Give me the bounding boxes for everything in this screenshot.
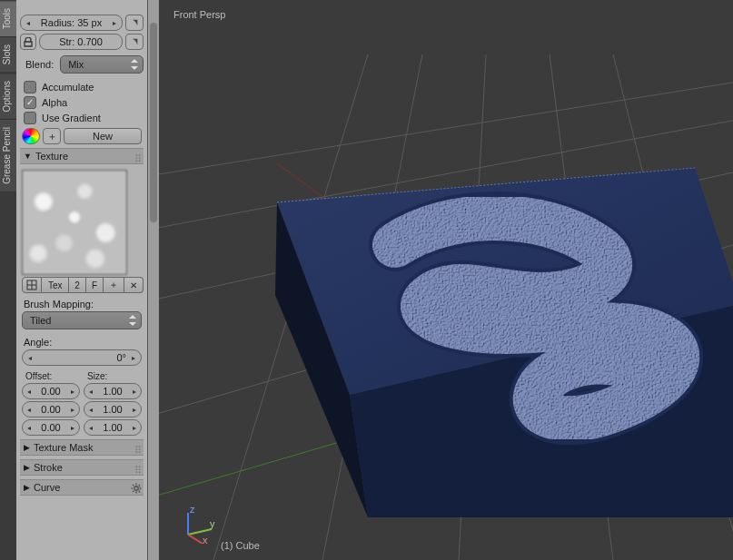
drag-handle-icon[interactable]: ⠿ [134, 153, 140, 165]
3d-viewport[interactable]: Front Persp [159, 0, 733, 560]
color-new-row: ＋ New [22, 128, 142, 144]
offset-y-field[interactable]: ◂0.00▸ [22, 401, 80, 418]
pressure-radius-toggle[interactable] [125, 15, 144, 31]
brush-mapping-select[interactable]: Tiled [22, 311, 142, 329]
viewport-grid [159, 0, 733, 560]
vtab-tools[interactable]: Tools [0, 0, 16, 36]
svg-line-18 [613, 54, 733, 560]
vtab-options[interactable]: Options [0, 73, 16, 119]
svg-line-14 [213, 54, 368, 560]
brush-mapping-value: Tiled [30, 315, 51, 326]
texture-mask-panel-header[interactable]: ▶ Texture Mask ⠿ [20, 439, 144, 456]
chevron-left-icon[interactable]: ◂ [25, 350, 35, 365]
add-gradient-button[interactable]: ＋ [43, 128, 61, 144]
svg-line-6 [133, 485, 134, 486]
new-button[interactable]: New [64, 128, 142, 144]
brush-mapping-label: Brush Mapping: [24, 299, 144, 309]
offset-size-grid: ◂0.00▸ ◂0.00▸ ◂0.00▸ ◂1.00▸ ◂1.00▸ ◂1.00… [22, 383, 142, 436]
size-z-field[interactable]: ◂1.00▸ [84, 419, 142, 436]
texture-add-button[interactable]: ＋ [104, 277, 124, 293]
svg-line-8 [139, 485, 140, 486]
chevron-right-icon[interactable]: ▸ [109, 15, 120, 30]
svg-text:x: x [203, 535, 208, 544]
drag-handle-icon[interactable]: ⠿ [134, 445, 140, 457]
axis-gizmo: z y x [179, 506, 217, 544]
angle-label: Angle: [24, 337, 144, 348]
use-gradient-checkbox[interactable] [24, 112, 36, 124]
stroke-panel-header[interactable]: ▶ Stroke ⠿ [20, 459, 144, 476]
vtab-grease-pencil[interactable]: Grease Pencil [0, 119, 16, 192]
svg-line-10 [159, 73, 733, 182]
accumulate-checkbox[interactable] [24, 81, 36, 93]
texture-panel-title: Texture [35, 151, 68, 162]
svg-line-17 [550, 54, 613, 560]
chevron-right-icon[interactable]: ▸ [128, 350, 139, 365]
strength-value: 0.700 [77, 36, 103, 47]
strength-label: Str: [59, 36, 74, 47]
gear-icon[interactable] [131, 483, 142, 496]
svg-line-9 [133, 491, 134, 492]
offset-z-field[interactable]: ◂0.00▸ [22, 419, 80, 436]
triangle-right-icon: ▶ [24, 483, 30, 492]
stroke-title: Stroke [34, 462, 63, 473]
texture-datablock-strip: Tex 2 F ＋ ✕ [22, 277, 144, 293]
use-gradient-checkbox-row: Use Gradient [24, 112, 144, 124]
texture-name-field[interactable]: Tex [42, 277, 69, 293]
texture-browse-button[interactable] [22, 277, 42, 293]
strength-field[interactable]: Str: 0.700 [39, 34, 123, 50]
svg-line-25 [188, 529, 212, 535]
offset-x-field[interactable]: ◂0.00▸ [22, 383, 80, 399]
blend-label: Blend: [25, 59, 54, 70]
triangle-right-icon: ▶ [24, 443, 30, 452]
curve-panel-header[interactable]: ▶ Curve ⠿ [20, 479, 144, 496]
size-y-field[interactable]: ◂1.00▸ [84, 401, 142, 418]
svg-line-13 [159, 227, 733, 427]
radius-field[interactable]: ◂ Radius: 35 px ▸ [20, 15, 123, 31]
panel-scrollbar-thumb[interactable] [150, 23, 157, 222]
alpha-checkbox-row: Alpha [24, 96, 144, 109]
svg-line-15 [322, 54, 422, 560]
chevron-left-icon[interactable]: ◂ [23, 15, 34, 30]
texture-preview[interactable] [22, 170, 127, 275]
svg-line-20 [159, 309, 733, 508]
triangle-down-icon: ▼ [24, 152, 32, 161]
alpha-label: Alpha [42, 97, 67, 108]
texture-panel-header[interactable]: ▼ Texture ⠿ [20, 148, 144, 164]
radius-row: ◂ Radius: 35 px ▸ [20, 15, 144, 31]
viewport-object-name: (1) Cube [221, 540, 260, 551]
curve-title: Curve [34, 482, 60, 493]
angle-value: 0° [116, 352, 126, 363]
alpha-checkbox[interactable] [24, 96, 36, 109]
strength-row: Str: 0.700 [20, 34, 144, 50]
pressure-strength-toggle[interactable] [125, 34, 144, 50]
radius-value: 35 px [77, 17, 102, 28]
texture-fakeuser-button[interactable]: F [86, 277, 104, 293]
blend-row: Blend: Mix [20, 55, 144, 74]
svg-line-26 [188, 535, 203, 544]
tool-panel: ◂ Radius: 35 px ▸ Str: 0.700 B [16, 0, 148, 560]
texture-users-button[interactable]: 2 [69, 277, 86, 293]
blend-value: Mix [68, 59, 84, 70]
offset-label: Offset: [25, 371, 80, 381]
color-wheel-icon[interactable] [22, 128, 40, 144]
accumulate-checkbox-row: Accumulate [24, 81, 144, 93]
svg-text:y: y [210, 518, 215, 529]
svg-text:z: z [190, 506, 195, 515]
drag-handle-icon[interactable]: ⠿ [134, 465, 140, 476]
svg-line-7 [139, 491, 140, 492]
accumulate-label: Accumulate [42, 82, 94, 93]
size-x-field[interactable]: ◂1.00▸ [84, 383, 142, 399]
svg-line-12 [159, 159, 733, 309]
vtab-slots[interactable]: Slots [0, 36, 16, 72]
texture-unlink-button[interactable]: ✕ [124, 277, 144, 293]
angle-slider[interactable]: ◂ 0° ▸ [22, 349, 142, 366]
chevron-updown-icon [130, 59, 139, 72]
svg-point-1 [134, 486, 138, 490]
offset-size-labels: Offset: Size: [22, 368, 142, 381]
size-label: Size: [87, 371, 142, 381]
blend-select[interactable]: Mix [60, 55, 144, 74]
texture-mask-title: Texture Mask [34, 442, 93, 453]
lock-icon[interactable] [20, 34, 36, 50]
radius-label: Radius: [41, 17, 74, 28]
chevron-updown-icon [128, 315, 137, 328]
